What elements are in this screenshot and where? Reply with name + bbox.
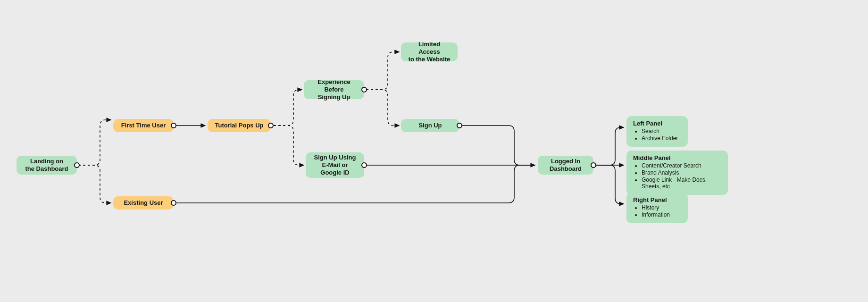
edge-tutorial-to-experience [274,90,302,126]
edge-logged-in-to-right-panel [596,165,624,204]
port-icon [171,200,176,206]
node-label: Sign Up UsingE-Mail orGoogle ID [314,154,356,177]
diagram-canvas: Landing onthe Dashboard First Time User … [0,0,868,302]
panel-item: Archive Folder [642,135,681,142]
panel-right[interactable]: Right Panel History Information [626,193,688,223]
port-icon [268,123,274,128]
panel-item: History [642,204,681,211]
panel-title: Left Panel [633,120,681,127]
edge-experience-to-signup [366,90,399,126]
node-first-time-user[interactable]: First Time User [113,119,174,132]
node-logged-in-dashboard[interactable]: Logged InDashboard [538,156,593,175]
edge-logged-in-to-left-panel [596,127,624,165]
node-sign-up-email-google[interactable]: Sign Up UsingE-Mail orGoogle ID [306,152,364,178]
node-label: Tutorial Pops Up [215,122,263,129]
edge-landing-to-existing [78,165,111,203]
edge-landing-to-first-time [78,120,111,165]
panel-middle[interactable]: Middle Panel Content/Creator Search Bran… [626,151,728,195]
edge-signup-to-logged-in [462,126,535,165]
port-icon [74,162,80,168]
node-label: Logged InDashboard [550,158,582,173]
node-label: Sign Up [418,122,442,129]
panel-item: Brand Analysis [642,169,721,176]
panel-item: Information [642,211,681,218]
port-icon [171,123,176,128]
node-tutorial[interactable]: Tutorial Pops Up [208,119,271,132]
panel-list: Content/Creator Search Brand Analysis Go… [633,162,721,190]
panel-list: History Information [633,204,681,218]
port-icon [361,87,367,92]
node-label: Experience BeforeSigning Up [310,78,358,101]
port-icon [591,162,596,168]
node-label: Limited Accessto the Website [408,41,451,64]
node-sign-up[interactable]: Sign Up [401,119,459,132]
node-landing[interactable]: Landing onthe Dashboard [17,156,77,175]
node-limited-access[interactable]: Limited Accessto the Website [401,42,458,61]
edge-tutorial-to-signup-email [274,126,304,165]
panel-item: Content/Creator Search [642,162,721,169]
node-label: Existing User [124,199,163,207]
panel-item: Search [642,128,681,134]
node-existing-user[interactable]: Existing User [113,196,174,210]
edge-experience-to-limited [366,52,399,90]
port-icon [457,123,462,128]
panel-list: Search Archive Folder [633,128,681,142]
panel-item: Google Link - Make Docs, Sheets, etc [642,176,721,190]
panel-title: Right Panel [633,196,681,203]
port-icon [361,162,367,168]
node-label: Landing onthe Dashboard [25,158,68,173]
panel-title: Middle Panel [633,154,721,161]
node-label: First Time User [121,122,166,129]
panel-left[interactable]: Left Panel Search Archive Folder [626,116,688,147]
node-experience-before-sign-up[interactable]: Experience BeforeSigning Up [304,80,364,99]
